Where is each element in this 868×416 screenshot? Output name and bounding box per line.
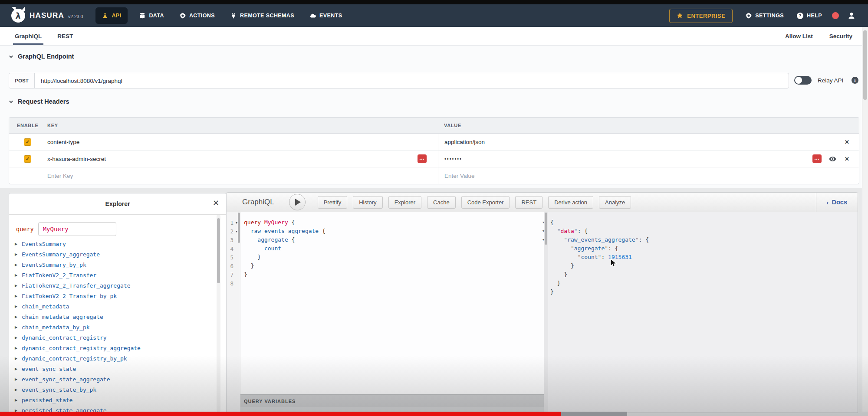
toolbar-button-cache[interactable]: Cache <box>427 196 456 209</box>
key-cell[interactable]: x-hasura-admin-secret••• <box>39 151 438 167</box>
triangle-right-icon: ▶ <box>15 398 22 402</box>
toolbar-button-rest[interactable]: REST <box>515 196 542 209</box>
toolbar-button-history[interactable]: History <box>353 196 382 209</box>
code-line: "aggregate": { <box>550 244 858 253</box>
close-icon[interactable]: ✕ <box>213 199 219 207</box>
explorer-field-FiatTokenV2_2_Transfer_aggregate[interactable]: ▶FiatTokenV2_2_Transfer_aggregate <box>9 280 217 291</box>
user-icon[interactable] <box>848 12 855 19</box>
explorer-field-event_sync_state[interactable]: ▶event_sync_state <box>9 364 217 374</box>
info-icon[interactable]: i <box>852 77 858 84</box>
explorer-field-dynamic_contract_registry[interactable]: ▶dynamic_contract_registry <box>9 332 217 343</box>
explorer-field-dynamic_contract_registry_by_pk[interactable]: ▶dynamic_contract_registry_by_pk <box>9 353 217 364</box>
query-name-field[interactable] <box>38 222 116 236</box>
explorer-field-chain_metadata_by_pk[interactable]: ▶chain_metadata_by_pk <box>9 322 217 332</box>
new-key-input[interactable]: Enter Key <box>39 167 438 184</box>
video-progress-played[interactable] <box>0 412 561 416</box>
fold-spacer <box>540 244 547 253</box>
explorer-field-FiatTokenV2_2_Transfer_by_pk[interactable]: ▶FiatTokenV2_2_Transfer_by_pk <box>9 291 217 301</box>
key-cell[interactable]: content-type <box>39 134 438 150</box>
help-button[interactable]: ? HELP <box>797 13 822 19</box>
tab-rest[interactable]: REST <box>57 27 73 45</box>
link-allow-list[interactable]: Allow List <box>785 27 813 45</box>
graphiql-pane: GraphiQL PrettifyHistoryExplorerCacheCod… <box>226 192 858 413</box>
line-number: 6 <box>227 263 233 269</box>
nav-item-api[interactable]: API <box>95 7 128 24</box>
enterprise-label: ENTERPRISE <box>687 13 725 19</box>
fold-arrow-icon[interactable]: ▾ <box>540 218 547 227</box>
link-security[interactable]: Security <box>829 27 852 45</box>
graphiql-title: GraphiQL <box>242 198 274 206</box>
new-value-input[interactable]: Enter Value <box>438 167 859 184</box>
nav-item-label: ACTIONS <box>189 13 215 19</box>
hasura-logo[interactable]: λ HASURA v2.23.0 <box>11 9 83 23</box>
toolbar-button-analyze[interactable]: Analyze <box>599 196 631 209</box>
explorer-field-EventsSummary_aggregate[interactable]: ▶EventsSummary_aggregate <box>9 249 217 259</box>
page-scrollbar-thumb[interactable] <box>863 30 867 100</box>
value-placeholder: Enter Value <box>444 173 475 179</box>
eye-icon[interactable] <box>829 155 836 163</box>
endpoint-url-input[interactable] <box>35 77 789 85</box>
relay-api-toggle[interactable] <box>794 76 812 85</box>
value-cell[interactable]: application/json✕ <box>438 134 859 150</box>
toolbar-button-explorer[interactable]: Explorer <box>388 196 421 209</box>
field-label: event_sync_state <box>22 366 76 372</box>
editor-scrollbar-thumb[interactable] <box>238 213 240 243</box>
triangle-right-icon: ▶ <box>15 377 22 381</box>
value-cell[interactable]: ••••••••••✕ <box>438 151 859 167</box>
password-extension-icon[interactable]: ••• <box>418 154 427 163</box>
settings-button[interactable]: SETTINGS <box>746 13 784 19</box>
triangle-right-icon: ▶ <box>15 388 22 392</box>
fold-arrow-icon[interactable]: ▾ <box>540 227 547 236</box>
fold-spacer <box>540 253 547 262</box>
enable-checkbox[interactable]: ✓ <box>24 138 31 146</box>
docs-label: Docs <box>832 199 847 206</box>
nav-item-label: DATA <box>149 13 164 19</box>
line-number: 5 <box>227 254 233 261</box>
triangle-right-icon: ▶ <box>15 273 22 277</box>
explorer-field-FiatTokenV2_2_Transfer[interactable]: ▶FiatTokenV2_2_Transfer <box>9 270 217 280</box>
fold-arrow-icon[interactable]: ▾ <box>540 236 547 244</box>
triangle-right-icon: ▶ <box>15 367 22 371</box>
query-editor[interactable]: query MyQuery { raw_events_aggregate { a… <box>240 212 544 394</box>
dots-glyph: ••• <box>420 157 424 161</box>
enterprise-button[interactable]: ENTERPRISE <box>669 9 733 23</box>
http-method-label: POST <box>9 73 35 88</box>
chevron-down-icon <box>9 54 13 59</box>
remove-header-icon[interactable]: ✕ <box>845 156 849 162</box>
password-extension-icon[interactable]: ••• <box>812 154 822 163</box>
remove-header-icon[interactable]: ✕ <box>845 139 849 145</box>
explorer-field-EventsSummary[interactable]: ▶EventsSummary <box>9 239 217 249</box>
explorer-field-event_sync_state_aggregate[interactable]: ▶event_sync_state_aggregate <box>9 374 217 384</box>
code-line: } <box>550 288 858 296</box>
toolbar-button-derive-action[interactable]: Derive action <box>548 196 593 209</box>
query-variables-bar[interactable]: QUERY VARIABLES <box>240 394 544 407</box>
field-label: chain_metadata_aggregate <box>22 314 103 320</box>
explorer-field-persisted_state[interactable]: ▶persisted_state <box>9 395 217 405</box>
explorer-field-chain_metadata_aggregate[interactable]: ▶chain_metadata_aggregate <box>9 311 217 322</box>
code-line: } <box>550 262 858 270</box>
nav-item-events[interactable]: EVENTS <box>302 4 350 27</box>
explorer-field-EventsSummary_by_pk[interactable]: ▶EventsSummary_by_pk <box>9 259 217 270</box>
nav-item-data[interactable]: DATA <box>132 4 171 27</box>
enable-checkbox[interactable]: ✓ <box>24 155 31 163</box>
execute-query-button[interactable] <box>289 194 306 210</box>
column-header-value: VALUE <box>438 123 859 128</box>
field-label: chain_metadata_by_pk <box>22 324 90 331</box>
explorer-scrollbar-thumb[interactable] <box>217 218 220 283</box>
nav-item-remote-schemas[interactable]: REMOTE SCHEMAS <box>223 4 302 27</box>
page-scrollbar-track[interactable] <box>862 27 868 412</box>
explorer-field-dynamic_contract_registry_aggregate[interactable]: ▶dynamic_contract_registry_aggregate <box>9 343 217 353</box>
video-progress-buffered[interactable] <box>561 412 627 416</box>
explorer-field-event_sync_state_by_pk[interactable]: ▶event_sync_state_by_pk <box>9 384 217 395</box>
nav-item-actions[interactable]: ACTIONS <box>172 4 223 27</box>
request-headers-section-toggle[interactable]: Request Headers <box>9 98 69 105</box>
query-name-input[interactable] <box>39 225 113 233</box>
graphql-endpoint-section-toggle[interactable]: GraphQL Endpoint <box>9 53 74 60</box>
explorer-field-chain_metadata[interactable]: ▶chain_metadata <box>9 301 217 311</box>
toolbar-button-prettify[interactable]: Prettify <box>318 196 347 209</box>
docs-button[interactable]: ‹ Docs <box>816 193 858 212</box>
field-label: FiatTokenV2_2_Transfer <box>22 272 96 278</box>
code-line: } <box>244 262 544 270</box>
tab-graphiql[interactable]: GraphiQL <box>15 27 42 45</box>
toolbar-button-code-exporter[interactable]: Code Exporter <box>461 196 510 209</box>
